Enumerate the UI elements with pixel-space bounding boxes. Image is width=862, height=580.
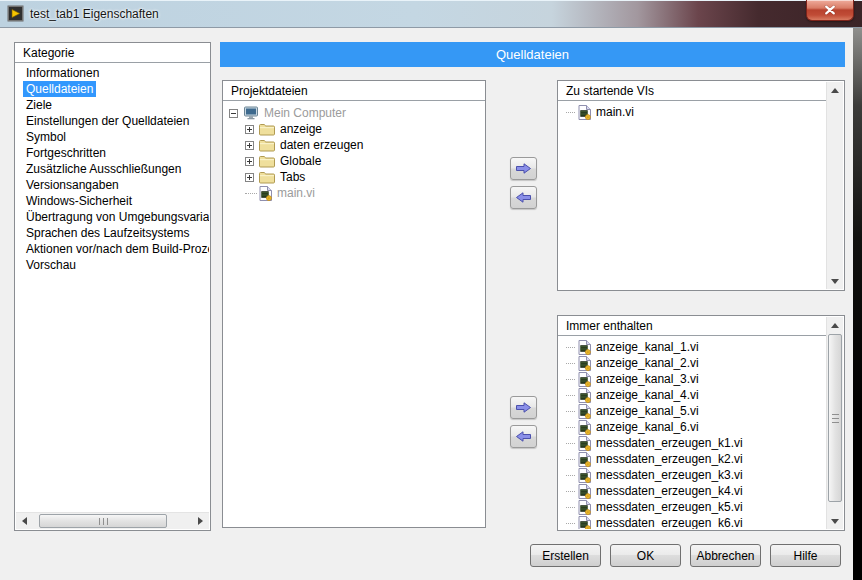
vi-file-icon (578, 388, 591, 403)
category-item[interactable]: Sprachen des Laufzeitsystems (16, 225, 209, 241)
vi-list-item[interactable]: messdaten_erzeugen_k2.vi (559, 451, 826, 467)
tree-connector (566, 507, 575, 508)
tree-connector (566, 475, 575, 476)
category-item[interactable]: Zusätzliche Ausschließungen (16, 161, 209, 177)
vi-list-item-label: messdaten_erzeugen_k1.vi (596, 436, 743, 450)
tree-connector (566, 459, 575, 460)
window-title: test_tab1 Eigenschaften (30, 7, 159, 21)
project-files-panel: Projektdateien Mein Computeranzeigedaten… (222, 80, 486, 528)
scroll-down-button[interactable] (827, 513, 843, 529)
category-header: Kategorie (15, 43, 210, 63)
cancel-button[interactable]: Abbrechen (690, 544, 761, 567)
tree-item[interactable]: Mein Computer (224, 105, 484, 121)
category-horizontal-scrollbar[interactable] (16, 512, 209, 529)
scroll-right-button[interactable] (192, 513, 209, 529)
expand-plus-icon[interactable] (245, 157, 254, 166)
scroll-up-button[interactable] (827, 317, 843, 333)
expand-plus-icon[interactable] (245, 125, 254, 134)
vi-list-item[interactable]: anzeige_kanal_6.vi (559, 419, 826, 435)
tree-item-label: Mein Computer (264, 106, 346, 120)
close-button[interactable] (806, 0, 854, 21)
category-item[interactable]: Versionsangaben (16, 177, 209, 193)
remove-included-vi-button[interactable] (510, 425, 537, 448)
vi-list-item[interactable]: anzeige_kanal_4.vi (559, 387, 826, 403)
vi-list-item[interactable]: messdaten_erzeugen_k1.vi (559, 435, 826, 451)
startup-vis-scrollbar[interactable] (826, 82, 843, 289)
tree-item[interactable]: daten erzeugen (224, 137, 484, 153)
category-item-label: Versionsangaben (23, 177, 122, 193)
category-item-label: Quelldateien (23, 81, 96, 97)
vi-list-item-label: anzeige_kanal_3.vi (596, 372, 699, 386)
tree-item-label: daten erzeugen (280, 138, 363, 152)
add-startup-vi-button[interactable] (510, 157, 537, 180)
tree-item[interactable]: main.vi (224, 185, 484, 201)
expand-plus-icon[interactable] (245, 173, 254, 182)
category-item[interactable]: Vorschau (16, 257, 209, 273)
startup-vis-panel: Zu startende VIs main.vi (557, 80, 845, 291)
category-item-label: Windows-Sicherheit (23, 193, 135, 209)
arrow-left-icon (515, 431, 532, 442)
category-item[interactable]: Symbol (16, 129, 209, 145)
vi-list-item[interactable]: anzeige_kanal_3.vi (559, 371, 826, 387)
labview-app-icon (7, 5, 24, 22)
remove-startup-vi-button[interactable] (510, 186, 537, 209)
vi-list-item-label: messdaten_erzeugen_k2.vi (596, 452, 743, 466)
tree-connector (566, 112, 575, 113)
category-item[interactable]: Windows-Sicherheit (16, 193, 209, 209)
category-list: InformationenQuelldateienZieleEinstellun… (16, 64, 209, 512)
vi-icon (259, 186, 272, 201)
tree-item[interactable]: Globale (224, 153, 484, 169)
vi-list-item[interactable]: messdaten_erzeugen_k5.vi (559, 499, 826, 515)
scroll-right-icon (198, 517, 203, 525)
vi-file-icon (578, 372, 591, 387)
scrollbar-thumb[interactable] (39, 514, 167, 528)
category-item-label: Zusätzliche Ausschließungen (23, 161, 184, 177)
collapse-minus-icon[interactable] (229, 109, 238, 118)
category-item[interactable]: Fortgeschritten (16, 145, 209, 161)
scrollbar-thumb[interactable] (828, 334, 842, 502)
help-button[interactable]: Hilfe (770, 544, 841, 567)
folder-icon (259, 139, 275, 152)
category-item-label: Ziele (23, 97, 55, 113)
vi-file-icon (578, 420, 591, 435)
page-title: Quelldateien (220, 42, 845, 67)
category-item-label: Fortgeschritten (23, 145, 109, 161)
tree-item[interactable]: anzeige (224, 121, 484, 137)
category-item[interactable]: Informationen (16, 65, 209, 81)
category-item-label: Vorschau (23, 257, 79, 273)
title-bar[interactable]: test_tab1 Eigenschaften (0, 0, 862, 28)
tree-item-label: anzeige (280, 122, 322, 136)
category-item[interactable]: Aktionen vor/nach dem Build-Proze (16, 241, 209, 257)
vi-list-item[interactable]: messdaten_erzeugen_k3.vi (559, 467, 826, 483)
category-item[interactable]: Übertragung von Umgebungsvariabl (16, 209, 209, 225)
vi-list-item[interactable]: main.vi (559, 104, 826, 120)
vi-list-item[interactable]: anzeige_kanal_1.vi (559, 339, 826, 355)
add-included-vi-button[interactable] (510, 396, 537, 419)
build-button[interactable]: Erstellen (530, 544, 601, 567)
close-icon (824, 5, 836, 15)
vi-list-item[interactable]: messdaten_erzeugen_k4.vi (559, 483, 826, 499)
vi-list-item[interactable]: messdaten_erzeugen_k6.vi (559, 515, 826, 529)
vi-file-icon (578, 484, 591, 499)
scrollbar-grip (832, 414, 839, 423)
category-item[interactable]: Ziele (16, 97, 209, 113)
scroll-down-button[interactable] (827, 273, 843, 289)
scroll-up-button[interactable] (827, 82, 843, 98)
tree-connector (566, 491, 575, 492)
category-item[interactable]: Einstellungen der Quelldateien (16, 113, 209, 129)
vi-file-icon (578, 500, 591, 515)
ok-button[interactable]: OK (610, 544, 681, 567)
category-item[interactable]: Quelldateien (16, 81, 209, 97)
tree-item[interactable]: Tabs (224, 169, 484, 185)
vi-list-item[interactable]: anzeige_kanal_2.vi (559, 355, 826, 371)
vi-list-item-label: main.vi (596, 105, 634, 119)
category-item-label: Übertragung von Umgebungsvariabl (23, 209, 209, 225)
vi-list-item[interactable]: anzeige_kanal_5.vi (559, 403, 826, 419)
expand-plus-icon[interactable] (245, 141, 254, 150)
category-item-label: Sprachen des Laufzeitsystems (23, 225, 192, 241)
scroll-up-icon (831, 88, 839, 93)
scroll-left-button[interactable] (16, 513, 33, 529)
project-files-tree: Mein Computeranzeigedaten erzeugenGlobal… (224, 102, 484, 526)
always-included-scrollbar[interactable] (826, 317, 843, 529)
vi-file-icon (578, 105, 591, 120)
